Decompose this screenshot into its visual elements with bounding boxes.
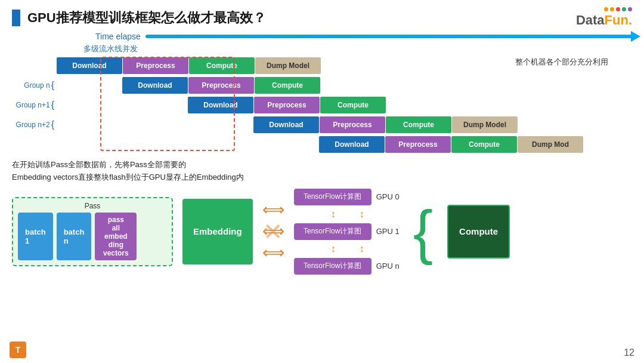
time-label: Time elapse	[95, 32, 141, 41]
pipeline-note: 整个机器各个部分充分利用	[515, 57, 608, 67]
bottom-diagram: Pass batch1 batchn passallembeddingvecto…	[0, 186, 644, 277]
block-compute-3: Compute	[386, 116, 451, 133]
pipeline-row-0: Download Preprocess Compute Dump Model 整…	[12, 57, 644, 75]
pipeline-row-4: Download Preprocess Compute Dump Mod	[12, 136, 644, 153]
v-arrows-2: ↕ ↕	[294, 244, 401, 254]
block-download-1: Download	[122, 77, 188, 94]
batchn-block: batchn	[57, 213, 92, 260]
header: GPU推荐模型训练框架怎么做才最高效？ Data Fun.	[0, 0, 644, 32]
gpu-row-0: TensorFlow计算图 GPU 0	[294, 189, 401, 205]
gpu-label-1: GPU 1	[376, 227, 401, 236]
pipeline-row-3: Group n+2 { Download Preprocess Compute …	[12, 116, 644, 134]
pass-all-block: passallembeddingvectors	[95, 213, 137, 260]
block-download-0: Download	[57, 57, 122, 74]
batch1-block: batch1	[18, 213, 53, 260]
row-blocks-1: Download Preprocess Compute	[122, 77, 320, 94]
pass-label: Pass	[18, 202, 167, 210]
title-accent	[12, 10, 20, 26]
block-preprocess-3: Preprocess	[320, 116, 385, 133]
block-preprocess-4: Preprocess	[385, 136, 451, 153]
row-blocks-0: Download Preprocess Compute Dump Model	[57, 57, 321, 74]
logo-text-row: Data Fun.	[576, 13, 632, 28]
logo-dot-2	[610, 7, 614, 11]
desc-line2: Embedding vectors直接整块flash到位于GPU显存上的Embe…	[12, 171, 632, 184]
row-label-3: Group n+2 {	[12, 119, 57, 130]
pipeline-row-1: Group n { Download Preprocess Compute	[12, 76, 644, 94]
time-bar-row: Time elapse	[0, 32, 644, 41]
block-preprocess-2: Preprocess	[254, 97, 320, 113]
block-compute-0: Compute	[189, 57, 255, 74]
block-dump-0: Dump Model	[255, 57, 321, 74]
logo-dot-4	[622, 7, 626, 11]
row-blocks-2: Download Preprocess Compute	[188, 97, 386, 113]
logo-dot-3	[616, 7, 620, 11]
block-preprocess-0: Preprocess	[123, 57, 188, 74]
cross-arrow-bot: ⟺	[262, 244, 284, 262]
logo-dot-5	[628, 7, 632, 11]
cross-arrow-mid: ⟺	[262, 222, 284, 241]
pass-outer-box: Pass batch1 batchn passallembeddingvecto…	[12, 197, 173, 266]
page-number: 12	[624, 347, 634, 358]
block-download-4: Download	[319, 136, 385, 153]
desc-line1: 在开始训练Pass全部数据前，先将Pass全部需要的	[12, 159, 632, 171]
block-compute-2: Compute	[320, 97, 386, 113]
tf-box-1: TensorFlow计算图	[294, 223, 371, 240]
block-dump-4: Dump Mod	[518, 136, 583, 153]
logo-dots	[604, 7, 632, 11]
block-compute-1: Compute	[255, 77, 320, 94]
pipeline-label: 多级流水线并发	[83, 44, 644, 54]
gpu-row-1: TensorFlow计算图 GPU 1	[294, 223, 401, 240]
compute-brace: {	[413, 211, 433, 253]
page-title: GPU推荐模型训练框架怎么做才最高效？	[27, 9, 569, 27]
gpu-boxes: TensorFlow计算图 GPU 0 ↕ ↕ TensorFlow计算图 GP…	[294, 189, 401, 275]
bottom-logo-icon: T	[10, 342, 26, 358]
time-arrow	[145, 35, 632, 38]
tf-box-2: TensorFlow计算图	[294, 258, 371, 275]
tf-box-0: TensorFlow计算图	[294, 189, 371, 205]
pipeline-row-2: Group n+1 { Download Preprocess Compute	[12, 96, 644, 114]
block-dump-3: Dump Model	[452, 116, 518, 133]
pipeline-wrapper: Download Preprocess Compute Dump Model 整…	[12, 57, 644, 153]
pipeline-section: 多级流水线并发 Download Preprocess Compute Dump…	[0, 44, 644, 153]
embedding-block: Embedding	[182, 199, 253, 264]
pass-inner: batch1 batchn passallembeddingvectors	[18, 213, 167, 260]
block-preprocess-1: Preprocess	[188, 77, 254, 94]
description: 在开始训练Pass全部数据前，先将Pass全部需要的 Embedding vec…	[0, 155, 644, 186]
gpu-label-2: GPU n	[376, 262, 401, 270]
block-compute-4: Compute	[451, 136, 517, 153]
logo-dot-1	[604, 7, 608, 11]
logo-area: Data Fun.	[576, 7, 632, 28]
logo-fun: Fun.	[605, 13, 632, 28]
logo-data: Data	[576, 13, 605, 28]
v-arrows-1: ↕ ↕	[294, 209, 401, 220]
row-label-1: Group n {	[12, 80, 57, 91]
block-download-2: Download	[188, 97, 253, 113]
row-blocks-3: Download Preprocess Compute Dump Model	[253, 116, 518, 133]
gpu-label-0: GPU 0	[376, 192, 401, 201]
row-label-2: Group n+1 {	[12, 100, 57, 110]
row-blocks-4: Download Preprocess Compute Dump Mod	[319, 136, 583, 153]
block-download-3: Download	[253, 116, 319, 133]
cross-arrow-top: ⟺	[262, 201, 284, 219]
gpu-row-2: TensorFlow计算图 GPU n	[294, 258, 401, 275]
cross-arrows: ⟺ ⟺ ⟺ ✕	[262, 199, 284, 264]
compute-badge: Compute	[447, 205, 510, 259]
